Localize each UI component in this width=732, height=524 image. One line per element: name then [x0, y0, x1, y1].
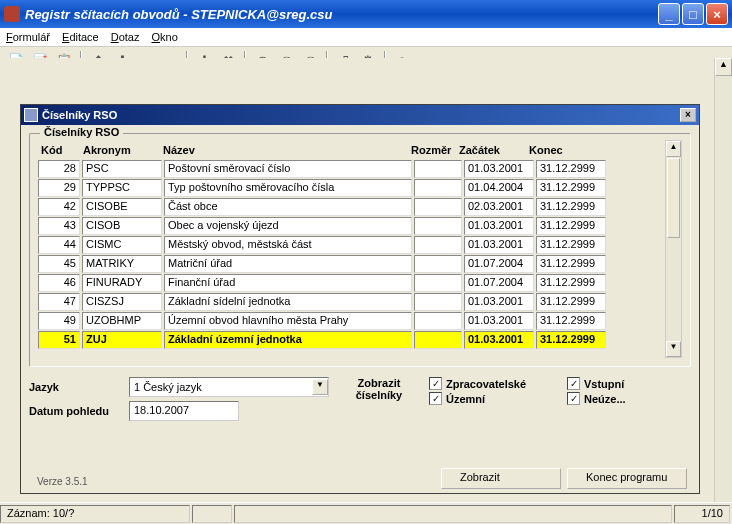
- cell-rozmer[interactable]: [414, 179, 462, 197]
- menu-dotaz[interactable]: Dotaz: [111, 31, 140, 43]
- table-row[interactable]: 28PSCPoštovní směrovací číslo01.03.20013…: [38, 159, 665, 178]
- cell-kod[interactable]: 47: [38, 293, 80, 311]
- col-kod: Kód: [38, 144, 80, 156]
- cell-akronym[interactable]: FINURADY: [82, 274, 162, 292]
- cell-rozmer[interactable]: [414, 255, 462, 273]
- cell-zacatek[interactable]: 01.03.2001: [464, 160, 534, 178]
- child-title: Číselníky RSO: [42, 109, 680, 121]
- cell-konec[interactable]: 31.12.2999: [536, 179, 606, 197]
- table-row[interactable]: 47CISZSJZákladní sídelní jednotka01.03.2…: [38, 292, 665, 311]
- child-window: Číselníky RSO × Číselníky RSO Kód Akrony…: [20, 104, 700, 494]
- cell-kod[interactable]: 45: [38, 255, 80, 273]
- cell-nazev[interactable]: Matriční úřad: [164, 255, 412, 273]
- cell-konec[interactable]: 31.12.2999: [536, 331, 606, 349]
- cell-nazev[interactable]: Základní sídelní jednotka: [164, 293, 412, 311]
- cell-akronym[interactable]: CISZSJ: [82, 293, 162, 311]
- cell-rozmer[interactable]: [414, 160, 462, 178]
- cell-akronym[interactable]: TYPPSC: [82, 179, 162, 197]
- cell-rozmer[interactable]: [414, 217, 462, 235]
- cell-kod[interactable]: 42: [38, 198, 80, 216]
- jazyk-combobox[interactable]: 1 Český jazyk ▼: [129, 377, 329, 397]
- cell-kod[interactable]: 29: [38, 179, 80, 197]
- zobrazit-button[interactable]: Zobrazit: [441, 468, 561, 489]
- chevron-down-icon[interactable]: ▼: [312, 379, 328, 395]
- table-row[interactable]: 44CISMCMěstský obvod, městská část01.03.…: [38, 235, 665, 254]
- table-row[interactable]: 51ZUJZákladní územní jednotka01.03.20013…: [38, 330, 665, 349]
- cell-konec[interactable]: 31.12.2999: [536, 274, 606, 292]
- cell-nazev[interactable]: Městský obvod, městská část: [164, 236, 412, 254]
- cell-rozmer[interactable]: [414, 312, 462, 330]
- cell-zacatek[interactable]: 01.04.2004: [464, 179, 534, 197]
- cell-akronym[interactable]: MATRIKY: [82, 255, 162, 273]
- cell-kod[interactable]: 28: [38, 160, 80, 178]
- cell-nazev[interactable]: Typ poštovního směrovacího čísla: [164, 179, 412, 197]
- cell-zacatek[interactable]: 01.07.2004: [464, 274, 534, 292]
- chk-vstupni[interactable]: ✓Vstupní: [567, 377, 691, 390]
- zobrazit-label: Zobrazit číselníky: [339, 377, 419, 401]
- maximize-button[interactable]: □: [682, 3, 704, 25]
- cell-konec[interactable]: 31.12.2999: [536, 293, 606, 311]
- cell-zacatek[interactable]: 01.03.2001: [464, 312, 534, 330]
- cell-kod[interactable]: 46: [38, 274, 80, 292]
- cell-konec[interactable]: 31.12.2999: [536, 198, 606, 216]
- minimize-button[interactable]: _: [658, 3, 680, 25]
- cell-nazev[interactable]: Finanční úřad: [164, 274, 412, 292]
- cell-konec[interactable]: 31.12.2999: [536, 236, 606, 254]
- scroll-down-icon[interactable]: ▼: [666, 341, 681, 357]
- cell-kod[interactable]: 49: [38, 312, 80, 330]
- cell-akronym[interactable]: ZUJ: [82, 331, 162, 349]
- cell-nazev[interactable]: Územní obvod hlavního města Prahy: [164, 312, 412, 330]
- table-row[interactable]: 43CISOBObec a vojenský újezd01.03.200131…: [38, 216, 665, 235]
- cell-rozmer[interactable]: [414, 198, 462, 216]
- scroll-up-icon[interactable]: ▲: [666, 141, 681, 157]
- cell-konec[interactable]: 31.12.2999: [536, 217, 606, 235]
- table-row[interactable]: 42CISOBEČást obce02.03.200131.12.2999: [38, 197, 665, 216]
- mdi-scrollbar[interactable]: ▲: [714, 58, 732, 502]
- cell-konec[interactable]: 31.12.2999: [536, 312, 606, 330]
- cell-kod[interactable]: 51: [38, 331, 80, 349]
- cell-konec[interactable]: 31.12.2999: [536, 160, 606, 178]
- cell-kod[interactable]: 43: [38, 217, 80, 235]
- cell-zacatek[interactable]: 01.03.2001: [464, 331, 534, 349]
- cell-nazev[interactable]: Základní územní jednotka: [164, 331, 412, 349]
- cell-nazev[interactable]: Poštovní směrovací číslo: [164, 160, 412, 178]
- cell-rozmer[interactable]: [414, 236, 462, 254]
- cell-konec[interactable]: 31.12.2999: [536, 255, 606, 273]
- window-title: Registr sčítacích obvodů - STEPNICKA@sre…: [25, 7, 656, 22]
- cell-zacatek[interactable]: 01.03.2001: [464, 293, 534, 311]
- cell-zacatek[interactable]: 01.03.2001: [464, 236, 534, 254]
- table-row[interactable]: 46FINURADYFinanční úřad01.07.200431.12.2…: [38, 273, 665, 292]
- scroll-thumb[interactable]: [667, 158, 680, 238]
- chk-zpracovatelske[interactable]: ✓Zpracovatelské: [429, 377, 553, 390]
- cell-kod[interactable]: 44: [38, 236, 80, 254]
- titlebar: Registr sčítacích obvodů - STEPNICKA@sre…: [0, 0, 732, 28]
- datum-input[interactable]: 18.10.2007: [129, 401, 239, 421]
- cell-akronym[interactable]: UZOBHMP: [82, 312, 162, 330]
- cell-zacatek[interactable]: 02.03.2001: [464, 198, 534, 216]
- cell-rozmer[interactable]: [414, 274, 462, 292]
- konec-button[interactable]: Konec programu: [567, 468, 687, 489]
- child-close-button[interactable]: ×: [680, 108, 696, 122]
- table-scrollbar[interactable]: ▲ ▼: [665, 140, 682, 358]
- menu-editace[interactable]: Editace: [62, 31, 99, 43]
- table-row[interactable]: 29TYPPSCTyp poštovního směrovacího čísla…: [38, 178, 665, 197]
- cell-akronym[interactable]: CISOB: [82, 217, 162, 235]
- cell-nazev[interactable]: Část obce: [164, 198, 412, 216]
- cell-rozmer[interactable]: [414, 331, 462, 349]
- cell-akronym[interactable]: CISMC: [82, 236, 162, 254]
- cell-akronym[interactable]: CISOBE: [82, 198, 162, 216]
- menu-formular[interactable]: Formulář: [6, 31, 50, 43]
- chk-neuze[interactable]: ✓Neúze...: [567, 392, 691, 405]
- table-row[interactable]: 49UZOBHMPÚzemní obvod hlavního města Pra…: [38, 311, 665, 330]
- cell-nazev[interactable]: Obec a vojenský újezd: [164, 217, 412, 235]
- close-button[interactable]: ×: [706, 3, 728, 25]
- menu-okno[interactable]: Okno: [151, 31, 177, 43]
- scroll-up-icon[interactable]: ▲: [715, 58, 732, 76]
- table-row[interactable]: 45MATRIKYMatriční úřad01.07.200431.12.29…: [38, 254, 665, 273]
- chk-uzemni[interactable]: ✓Územní: [429, 392, 553, 405]
- datum-label: Datum pohledu: [29, 405, 129, 417]
- cell-rozmer[interactable]: [414, 293, 462, 311]
- cell-zacatek[interactable]: 01.03.2001: [464, 217, 534, 235]
- cell-akronym[interactable]: PSC: [82, 160, 162, 178]
- cell-zacatek[interactable]: 01.07.2004: [464, 255, 534, 273]
